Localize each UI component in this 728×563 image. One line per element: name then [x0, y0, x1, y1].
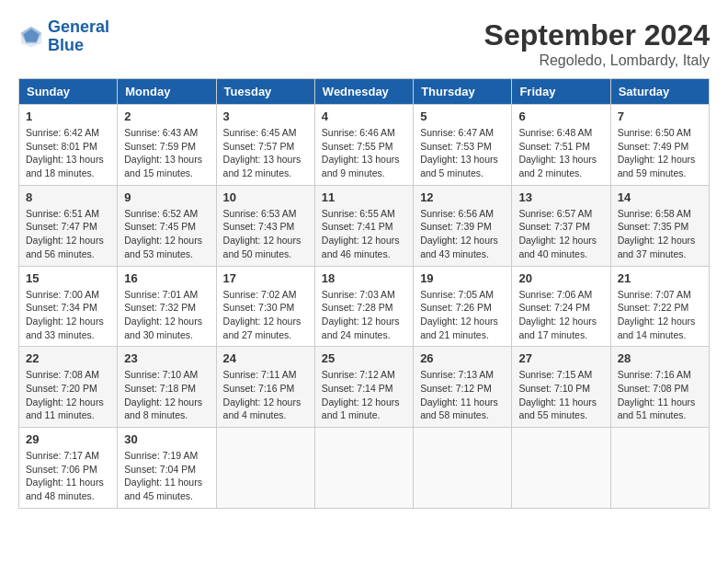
calendar-cell: 22Sunrise: 7:08 AMSunset: 7:20 PMDayligh… — [19, 347, 118, 428]
logo-text: General Blue — [48, 18, 109, 55]
column-header-tuesday: Tuesday — [216, 79, 314, 105]
day-info: Sunrise: 6:51 AMSunset: 7:47 PMDaylight:… — [26, 207, 110, 261]
day-number: 21 — [618, 271, 702, 285]
day-number: 15 — [26, 271, 110, 285]
calendar-header-row: SundayMondayTuesdayWednesdayThursdayFrid… — [19, 79, 710, 105]
page-header: General Blue September 2024 Regoledo, Lo… — [18, 18, 710, 69]
column-header-friday: Friday — [512, 79, 610, 105]
day-number: 11 — [322, 190, 406, 204]
logo-general: General — [48, 17, 109, 36]
day-info: Sunrise: 6:58 AMSunset: 7:35 PMDaylight:… — [618, 207, 702, 261]
day-info: Sunrise: 7:00 AMSunset: 7:34 PMDaylight:… — [26, 288, 110, 342]
calendar-cell: 23Sunrise: 7:10 AMSunset: 7:18 PMDayligh… — [118, 347, 216, 428]
calendar-cell — [414, 428, 512, 509]
calendar-cell: 21Sunrise: 7:07 AMSunset: 7:22 PMDayligh… — [610, 266, 709, 347]
day-info: Sunrise: 7:12 AMSunset: 7:14 PMDaylight:… — [322, 368, 406, 422]
day-number: 13 — [518, 190, 603, 204]
calendar-cell: 13Sunrise: 6:57 AMSunset: 7:37 PMDayligh… — [512, 185, 610, 266]
day-number: 8 — [26, 190, 110, 204]
week-row-1: 1Sunrise: 6:42 AMSunset: 8:01 PMDaylight… — [19, 105, 710, 186]
column-header-wednesday: Wednesday — [314, 79, 413, 105]
day-number: 23 — [124, 351, 209, 365]
day-info: Sunrise: 7:02 AMSunset: 7:30 PMDaylight:… — [223, 288, 308, 342]
calendar-cell: 4Sunrise: 6:46 AMSunset: 7:55 PMDaylight… — [314, 105, 413, 186]
calendar-cell: 2Sunrise: 6:43 AMSunset: 7:59 PMDaylight… — [118, 105, 216, 186]
day-info: Sunrise: 7:15 AMSunset: 7:10 PMDaylight:… — [518, 368, 603, 422]
day-number: 10 — [223, 190, 308, 204]
day-info: Sunrise: 6:53 AMSunset: 7:43 PMDaylight:… — [223, 207, 308, 261]
calendar-cell — [512, 428, 610, 509]
day-info: Sunrise: 7:13 AMSunset: 7:12 PMDaylight:… — [420, 368, 505, 422]
day-number: 25 — [322, 351, 406, 365]
logo-icon — [18, 24, 44, 50]
calendar-cell: 7Sunrise: 6:50 AMSunset: 7:49 PMDaylight… — [610, 105, 709, 186]
day-info: Sunrise: 6:48 AMSunset: 7:51 PMDaylight:… — [518, 126, 603, 180]
day-number: 22 — [26, 351, 110, 365]
day-info: Sunrise: 7:06 AMSunset: 7:24 PMDaylight:… — [518, 288, 603, 342]
day-number: 19 — [420, 271, 505, 285]
day-info: Sunrise: 7:17 AMSunset: 7:06 PMDaylight:… — [26, 449, 110, 503]
day-info: Sunrise: 6:45 AMSunset: 7:57 PMDaylight:… — [223, 126, 308, 180]
day-info: Sunrise: 6:42 AMSunset: 8:01 PMDaylight:… — [26, 126, 110, 180]
calendar-cell: 27Sunrise: 7:15 AMSunset: 7:10 PMDayligh… — [512, 347, 610, 428]
calendar-cell: 17Sunrise: 7:02 AMSunset: 7:30 PMDayligh… — [216, 266, 314, 347]
day-info: Sunrise: 6:57 AMSunset: 7:37 PMDaylight:… — [518, 207, 603, 261]
day-number: 28 — [618, 351, 702, 365]
column-header-saturday: Saturday — [610, 79, 709, 105]
calendar-cell: 24Sunrise: 7:11 AMSunset: 7:16 PMDayligh… — [216, 347, 314, 428]
day-info: Sunrise: 7:10 AMSunset: 7:18 PMDaylight:… — [124, 368, 209, 422]
day-number: 2 — [124, 109, 209, 123]
day-number: 29 — [26, 432, 110, 446]
calendar-cell: 8Sunrise: 6:51 AMSunset: 7:47 PMDaylight… — [19, 185, 118, 266]
day-number: 16 — [124, 271, 209, 285]
day-number: 5 — [420, 109, 505, 123]
day-info: Sunrise: 7:08 AMSunset: 7:20 PMDaylight:… — [26, 368, 110, 422]
calendar-table: SundayMondayTuesdayWednesdayThursdayFrid… — [18, 78, 710, 509]
week-row-2: 8Sunrise: 6:51 AMSunset: 7:47 PMDaylight… — [19, 185, 710, 266]
week-row-4: 22Sunrise: 7:08 AMSunset: 7:20 PMDayligh… — [19, 347, 710, 428]
calendar-cell: 28Sunrise: 7:16 AMSunset: 7:08 PMDayligh… — [610, 347, 709, 428]
day-info: Sunrise: 6:52 AMSunset: 7:45 PMDaylight:… — [124, 207, 209, 261]
calendar-cell: 11Sunrise: 6:55 AMSunset: 7:41 PMDayligh… — [314, 185, 413, 266]
calendar-cell — [216, 428, 314, 509]
calendar-cell: 18Sunrise: 7:03 AMSunset: 7:28 PMDayligh… — [314, 266, 413, 347]
calendar-cell — [314, 428, 413, 509]
column-header-sunday: Sunday — [19, 79, 118, 105]
day-number: 17 — [223, 271, 308, 285]
calendar-cell: 5Sunrise: 6:47 AMSunset: 7:53 PMDaylight… — [414, 105, 512, 186]
location: Regoledo, Lombardy, Italy — [484, 52, 710, 69]
calendar-cell: 14Sunrise: 6:58 AMSunset: 7:35 PMDayligh… — [610, 185, 709, 266]
day-number: 26 — [420, 351, 505, 365]
day-info: Sunrise: 6:50 AMSunset: 7:49 PMDaylight:… — [618, 126, 702, 180]
logo-blue: Blue — [48, 37, 109, 55]
calendar-cell: 29Sunrise: 7:17 AMSunset: 7:06 PMDayligh… — [19, 428, 118, 509]
calendar-cell: 3Sunrise: 6:45 AMSunset: 7:57 PMDaylight… — [216, 105, 314, 186]
calendar-cell: 6Sunrise: 6:48 AMSunset: 7:51 PMDaylight… — [512, 105, 610, 186]
day-number: 3 — [223, 109, 308, 123]
calendar-cell: 16Sunrise: 7:01 AMSunset: 7:32 PMDayligh… — [118, 266, 216, 347]
calendar-cell: 9Sunrise: 6:52 AMSunset: 7:45 PMDaylight… — [118, 185, 216, 266]
day-number: 30 — [124, 432, 209, 446]
day-number: 24 — [223, 351, 308, 365]
day-number: 27 — [518, 351, 603, 365]
day-number: 14 — [618, 190, 702, 204]
day-number: 7 — [618, 109, 702, 123]
day-info: Sunrise: 7:03 AMSunset: 7:28 PMDaylight:… — [322, 288, 406, 342]
month-year: September 2024 — [484, 18, 710, 52]
day-info: Sunrise: 7:16 AMSunset: 7:08 PMDaylight:… — [618, 368, 702, 422]
day-info: Sunrise: 7:11 AMSunset: 7:16 PMDaylight:… — [223, 368, 308, 422]
day-number: 9 — [124, 190, 209, 204]
calendar-cell — [610, 428, 709, 509]
day-info: Sunrise: 6:46 AMSunset: 7:55 PMDaylight:… — [322, 126, 406, 180]
logo: General Blue — [18, 18, 109, 55]
column-header-thursday: Thursday — [414, 79, 512, 105]
day-info: Sunrise: 7:05 AMSunset: 7:26 PMDaylight:… — [420, 288, 505, 342]
day-info: Sunrise: 7:19 AMSunset: 7:04 PMDaylight:… — [124, 449, 209, 503]
calendar-cell: 26Sunrise: 7:13 AMSunset: 7:12 PMDayligh… — [414, 347, 512, 428]
calendar-cell: 10Sunrise: 6:53 AMSunset: 7:43 PMDayligh… — [216, 185, 314, 266]
day-number: 20 — [518, 271, 603, 285]
day-info: Sunrise: 6:55 AMSunset: 7:41 PMDaylight:… — [322, 207, 406, 261]
day-info: Sunrise: 6:56 AMSunset: 7:39 PMDaylight:… — [420, 207, 505, 261]
calendar-cell: 19Sunrise: 7:05 AMSunset: 7:26 PMDayligh… — [414, 266, 512, 347]
calendar-cell: 20Sunrise: 7:06 AMSunset: 7:24 PMDayligh… — [512, 266, 610, 347]
